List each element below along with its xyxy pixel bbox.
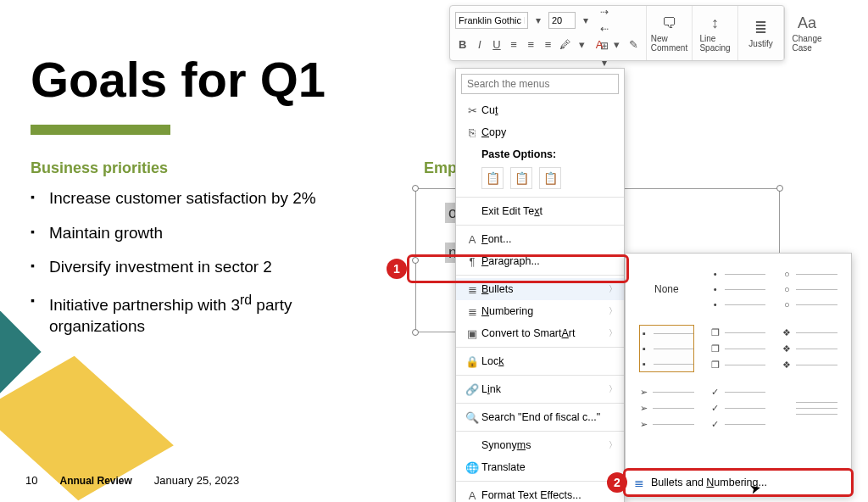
- menu-item-paragraph[interactable]: ¶Paragraph...: [456, 250, 624, 272]
- context-menu: ✂Cut⎘CopyPaste Options:📋📋📋Exit Edit Text…: [455, 68, 625, 502]
- copy-icon: ⎘: [463, 126, 481, 139]
- toolbar-button[interactable]: ▾: [609, 35, 624, 53]
- heading-business-priorities: Business priorities: [31, 159, 168, 177]
- chevron-right-icon: 〉: [609, 305, 617, 317]
- mini-toolbar: ▾ ▾ A⁺A⁻⇢⇠⊞▾ BIU≡≡≡🖉▾A▾✎ 🗨NewComment↕Lin…: [449, 5, 785, 61]
- bullet-option-4[interactable]: ❐❐❐: [711, 325, 766, 372]
- menu-item-exit-edit-text[interactable]: Exit Edit Text: [456, 200, 624, 222]
- menu-item-lock[interactable]: 🔒Lock: [456, 350, 624, 372]
- paragraph-icon: ¶: [463, 255, 481, 268]
- numbering-icon: ≣: [463, 305, 481, 318]
- format-text-effects-icon: A: [463, 489, 481, 502]
- line-spacing-icon: ↕: [711, 14, 719, 32]
- bullet-item: Initiative partnership with 3rd party or…: [31, 292, 353, 337]
- bullet-item: Maintain growth: [31, 223, 353, 244]
- toolbar-button[interactable]: 🖉: [558, 35, 572, 53]
- menu-search-input[interactable]: [461, 74, 619, 94]
- toolbar-button[interactable]: A: [593, 35, 607, 53]
- paste-option-0[interactable]: 📋: [481, 167, 504, 189]
- change-case-button[interactable]: AaChangeCase: [784, 6, 830, 60]
- toolbar-button[interactable]: ⇢: [596, 3, 613, 20]
- toolbar-button[interactable]: ≡: [541, 35, 555, 53]
- line-spacing-button[interactable]: ↕LineSpacing: [693, 6, 738, 60]
- accent-bar: [31, 125, 170, 135]
- menu-item-bullets[interactable]: ≣Bullets〉: [456, 278, 624, 300]
- callout-badge-2: 2: [607, 472, 627, 493]
- link-icon: 🔗: [463, 383, 481, 396]
- menu-item-format-text-effects[interactable]: AFormat Text Effects...: [456, 484, 624, 502]
- menu-item-translate[interactable]: 🌐Translate: [456, 456, 624, 478]
- heading-right-truncated: Emp: [424, 159, 457, 177]
- font-name-combo[interactable]: [455, 12, 528, 29]
- slide-footer: 10 Annual Review January 25, 2023: [25, 474, 239, 487]
- chevron-right-icon: 〉: [609, 383, 617, 395]
- toolbar-button[interactable]: ≡: [507, 35, 521, 53]
- bullet-option-3[interactable]: ▪▪▪: [639, 325, 694, 372]
- bullet-option-8[interactable]: [782, 384, 837, 432]
- slide-title: Goals for Q1: [31, 51, 326, 108]
- chevron-right-icon: 〉: [609, 327, 617, 339]
- font-size-dropdown-icon[interactable]: ▾: [577, 12, 594, 29]
- toolbar-button[interactable]: ✎: [626, 35, 641, 53]
- menu-item-paste-options-header[interactable]: Paste Options:: [456, 143, 624, 165]
- translate-icon: 🌐: [463, 461, 481, 474]
- bullet-option-2[interactable]: ○○○: [782, 265, 837, 313]
- justify-icon: ≣: [754, 19, 767, 37]
- footer-date: January 25, 2023: [154, 474, 239, 487]
- font-icon: A: [463, 233, 481, 246]
- toolbar-button[interactable]: I: [472, 35, 487, 53]
- bullet-option-none[interactable]: None: [639, 265, 694, 313]
- bullet-item: Increase customer satisfaction by 2%: [31, 188, 353, 209]
- bullet-item: Diversify investment in sector 2: [31, 257, 353, 278]
- bullets-submenu: None•••○○○▪▪▪❐❐❐❖❖❖➢➢➢✓✓✓ ≣ Bullets and …: [625, 253, 852, 495]
- menu-item-link[interactable]: 🔗Link〉: [456, 378, 624, 400]
- paste-option-1[interactable]: 📋: [510, 167, 532, 189]
- bullet-option-7[interactable]: ✓✓✓: [711, 384, 766, 432]
- change-case-icon: Aa: [798, 14, 816, 32]
- justify-button[interactable]: ≣Justify: [738, 6, 784, 60]
- bullets-icon: ≣: [463, 283, 481, 296]
- toolbar-button[interactable]: ▾: [575, 35, 589, 53]
- menu-item-font[interactable]: AFont...: [456, 228, 624, 250]
- font-size-combo[interactable]: [548, 12, 576, 29]
- bullet-option-1[interactable]: •••: [711, 265, 766, 313]
- page-number: 10: [25, 474, 37, 487]
- search-icon: 🔍: [463, 411, 481, 424]
- font-name-dropdown-icon[interactable]: ▾: [530, 12, 547, 29]
- footer-review: Annual Review: [59, 475, 131, 487]
- bullets-list-icon: ≣: [634, 476, 644, 489]
- menu-item-convert-to-smartart[interactable]: ▣Convert to SmartArt〉: [456, 322, 624, 344]
- menu-item-copy[interactable]: ⎘Copy: [456, 121, 624, 143]
- cut-icon: ✂: [463, 104, 481, 117]
- toolbar-button[interactable]: ≡: [524, 35, 538, 53]
- business-priorities-list: Increase customer satisfaction by 2%Main…: [31, 188, 353, 351]
- lock-icon: 🔒: [463, 355, 481, 368]
- new-comment-icon: 🗨: [662, 14, 677, 32]
- bullet-option-5[interactable]: ❖❖❖: [782, 325, 837, 372]
- menu-item-synonyms[interactable]: Synonyms〉: [456, 434, 624, 456]
- callout-badge-1: 1: [387, 259, 407, 279]
- menu-item-search[interactable]: 🔍Search "End of fiscal c...": [456, 406, 624, 428]
- chevron-right-icon: 〉: [609, 439, 617, 451]
- menu-item-cut[interactable]: ✂Cut: [456, 99, 624, 121]
- new-comment-button[interactable]: 🗨NewComment: [647, 6, 693, 60]
- toolbar-button[interactable]: B: [455, 35, 470, 53]
- paste-option-2[interactable]: 📋: [539, 167, 561, 189]
- menu-item-numbering[interactable]: ≣Numbering〉: [456, 300, 624, 322]
- chevron-right-icon: 〉: [609, 283, 617, 295]
- bullets-and-numbering-item[interactable]: ≣ Bullets and Numbering...: [626, 469, 851, 494]
- convert-to-smartart-icon: ▣: [463, 327, 481, 340]
- bullet-option-6[interactable]: ➢➢➢: [639, 384, 694, 432]
- toolbar-button[interactable]: U: [489, 35, 504, 53]
